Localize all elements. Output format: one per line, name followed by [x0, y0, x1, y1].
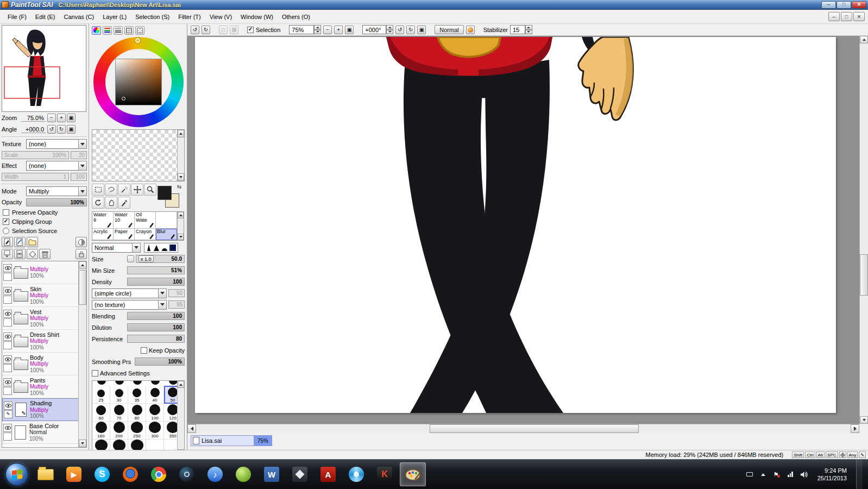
menu-edit[interactable]: Edit (E): [31, 12, 60, 22]
hsv-sliders-toggle[interactable]: [114, 26, 123, 35]
taskbar-chrome[interactable]: [146, 462, 172, 486]
layer-extra-toggle[interactable]: [3, 318, 12, 327]
scratchpad-scrollbar[interactable]: [177, 130, 184, 181]
taskbar-firefox[interactable]: [117, 462, 143, 486]
marquee-tool-button[interactable]: [92, 184, 104, 196]
navigator-preview[interactable]: [2, 25, 86, 112]
taskbar-itunes[interactable]: ♪: [202, 462, 228, 486]
brush-shape-dropdown[interactable]: (simple circle): [92, 289, 167, 298]
menu-layer[interactable]: Layer (L): [98, 12, 131, 22]
dilution-slider[interactable]: 100: [127, 323, 185, 331]
scroll-track[interactable]: [196, 424, 851, 433]
scroll-track[interactable]: [860, 43, 868, 416]
stabilizer-combo[interactable]: 15: [510, 25, 532, 34]
deselect-button[interactable]: □: [219, 26, 228, 34]
layer-list-scrollbar[interactable]: [78, 261, 86, 447]
taskbar-steam[interactable]: [174, 462, 200, 486]
layer-texture-dropdown[interactable]: (none): [26, 139, 87, 149]
selection-checkbox[interactable]: [247, 27, 254, 33]
layer-row-hair[interactable]: Multiply 100%: [2, 261, 79, 284]
preset-scrollbar[interactable]: [177, 381, 184, 456]
hand-tool-button[interactable]: [105, 197, 117, 209]
edge-hard-icon[interactable]: [169, 244, 176, 251]
menu-view[interactable]: View (V): [205, 12, 236, 22]
taskbar-media-player[interactable]: ▶: [61, 462, 87, 486]
effect-width-slider[interactable]: Width 1: [2, 173, 69, 181]
menu-others[interactable]: Others (O): [278, 12, 315, 22]
network-icon[interactable]: [786, 470, 795, 479]
document-tab[interactable]: Lisa.sai 75%: [191, 435, 272, 446]
size-preset[interactable]: 100: [146, 404, 164, 422]
scroll-thumb[interactable]: [430, 424, 639, 433]
mdi-minimize-button[interactable]: ─: [828, 12, 840, 21]
navigator-zoom-in-button[interactable]: +: [57, 114, 66, 122]
density-slider[interactable]: 100: [127, 278, 185, 286]
brush-slot-blur[interactable]: Blur: [156, 229, 177, 240]
selection-source-row[interactable]: Selection Source: [3, 227, 87, 235]
scroll-down-button[interactable]: [860, 416, 868, 424]
action-center-flag-icon[interactable]: ⚑: [772, 470, 781, 479]
zoom-in-button[interactable]: +: [334, 26, 343, 34]
size-preset[interactable]: 40: [146, 386, 164, 404]
scratchpad-toggle[interactable]: [135, 26, 144, 35]
menu-filter[interactable]: Filter (T): [174, 12, 205, 22]
selection-source-radio[interactable]: [3, 228, 9, 234]
texture-scale-slider[interactable]: Scale 100%: [2, 151, 69, 159]
preserve-opacity-row[interactable]: Preserve Opacity: [3, 208, 87, 217]
chevron-down-icon[interactable]: [158, 289, 167, 298]
mdi-restore-button[interactable]: □: [841, 12, 852, 21]
swap-colors-icon[interactable]: ⇆: [177, 184, 181, 190]
navigator-rotate-ccw-button[interactable]: ↺: [47, 125, 56, 134]
layer-visibility-toggle[interactable]: [3, 424, 12, 432]
maximize-button[interactable]: □: [836, 1, 851, 9]
navigator-zoom-out-button[interactable]: −: [47, 114, 56, 122]
rotate-cw-button[interactable]: ↻: [406, 26, 415, 34]
layer-visibility-toggle[interactable]: [3, 333, 12, 341]
brush-slot-oil-water[interactable]: Oil Wate: [135, 212, 156, 229]
scroll-track[interactable]: [79, 269, 86, 440]
rotate-ccw-button[interactable]: ↺: [395, 26, 404, 34]
layer-extra-toggle[interactable]: [3, 341, 12, 349]
canvas-vertical-scrollbar[interactable]: [859, 36, 868, 424]
taskbar-painttool-sai[interactable]: [400, 462, 426, 486]
magic-wand-tool-button[interactable]: [118, 184, 130, 196]
color-scratchpad[interactable]: [92, 129, 185, 181]
taskbar-explorer[interactable]: [33, 462, 59, 486]
mdi-close-button[interactable]: ✕: [853, 12, 865, 21]
canvas-horizontal-scrollbar[interactable]: [187, 424, 859, 433]
scroll-up-button[interactable]: [178, 212, 184, 218]
chevron-down-icon[interactable]: [78, 161, 87, 171]
sv-marker[interactable]: [122, 97, 125, 101]
clear-layer-button[interactable]: [27, 249, 38, 259]
zoom-out-button[interactable]: −: [323, 26, 332, 34]
layer-extra-toggle[interactable]: [3, 387, 12, 395]
layer-mask-button[interactable]: [76, 237, 87, 247]
size-preset[interactable]: 70: [110, 404, 128, 422]
size-preset[interactable]: 30: [110, 386, 128, 404]
taskbar-skype[interactable]: S: [89, 462, 115, 486]
chevron-down-icon[interactable]: [78, 186, 87, 196]
color-wheel[interactable]: [93, 37, 184, 127]
tablet-tray-icon[interactable]: [745, 470, 754, 479]
hue-marker[interactable]: [135, 38, 140, 43]
new-layer-button[interactable]: [2, 237, 13, 247]
layer-extra-toggle[interactable]: [3, 364, 12, 372]
tray-expand-icon[interactable]: [759, 470, 768, 479]
min-size-slider[interactable]: 51%: [127, 266, 185, 274]
lock-layer-button[interactable]: [76, 249, 87, 259]
foreground-color-swatch[interactable]: [158, 186, 172, 200]
chevron-down-icon[interactable]: [78, 139, 87, 149]
eyedropper-tool-button[interactable]: [118, 197, 130, 209]
size-multiplier-badge[interactable]: x 1.0: [139, 255, 154, 262]
color-profile-button[interactable]: [466, 26, 475, 34]
brush-size-slider[interactable]: x 1.0 50.0: [136, 255, 185, 263]
taskbar-kaspersky[interactable]: K: [372, 462, 398, 486]
navigator-angle-reset-button[interactable]: ▣: [67, 125, 76, 134]
size-preset[interactable]: 60: [92, 404, 110, 422]
taskbar-word[interactable]: W: [259, 462, 285, 486]
view-mode-button[interactable]: Normal: [435, 25, 463, 34]
scroll-down-button[interactable]: [79, 440, 86, 447]
layer-row-dress-shirt[interactable]: Dress Shirt Multiply 100%: [2, 330, 79, 353]
size-preset[interactable]: 35: [128, 386, 146, 404]
size-preset[interactable]: 300: [146, 422, 164, 440]
